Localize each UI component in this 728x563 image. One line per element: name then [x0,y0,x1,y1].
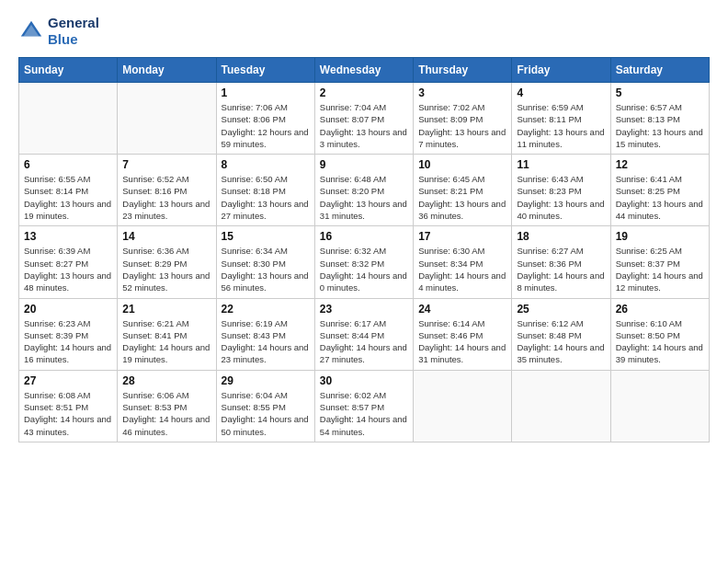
calendar-cell: 22Sunrise: 6:19 AMSunset: 8:43 PMDayligh… [216,298,314,370]
calendar-week-row: 1Sunrise: 7:06 AMSunset: 8:06 PMDaylight… [19,83,710,155]
calendar-cell: 18Sunrise: 6:27 AMSunset: 8:36 PMDayligh… [512,226,610,298]
day-number: 22 [222,303,310,316]
day-number: 11 [517,158,605,171]
calendar-cell [512,370,610,442]
day-number: 30 [320,374,408,387]
day-info: Sunrise: 6:45 AMSunset: 8:21 PMDaylight:… [418,173,506,222]
day-info: Sunrise: 7:04 AMSunset: 8:07 PMDaylight:… [320,101,408,150]
day-number: 14 [122,230,210,243]
day-number: 13 [24,230,112,243]
day-info: Sunrise: 6:06 AMSunset: 8:53 PMDaylight:… [122,389,210,438]
calendar-cell [118,83,216,155]
calendar-cell [414,370,512,442]
calendar-cell [610,370,709,442]
weekday-header: Tuesday [216,58,314,83]
day-info: Sunrise: 6:39 AMSunset: 8:27 PMDaylight:… [24,245,112,293]
calendar-cell: 14Sunrise: 6:36 AMSunset: 8:29 PMDayligh… [118,226,216,298]
day-info: Sunrise: 6:48 AMSunset: 8:20 PMDaylight:… [320,173,408,222]
calendar-week-row: 20Sunrise: 6:23 AMSunset: 8:39 PMDayligh… [19,298,710,370]
day-info: Sunrise: 6:02 AMSunset: 8:57 PMDaylight:… [320,389,408,438]
calendar-cell: 7Sunrise: 6:52 AMSunset: 8:16 PMDaylight… [118,155,216,226]
day-number: 16 [320,230,408,243]
weekday-header-row: SundayMondayTuesdayWednesdayThursdayFrid… [19,58,710,83]
calendar-cell: 28Sunrise: 6:06 AMSunset: 8:53 PMDayligh… [118,370,216,442]
calendar-cell: 20Sunrise: 6:23 AMSunset: 8:39 PMDayligh… [19,298,118,370]
day-number: 9 [320,158,408,171]
calendar-table: SundayMondayTuesdayWednesdayThursdayFrid… [18,57,710,442]
day-number: 7 [122,158,210,171]
calendar-week-row: 13Sunrise: 6:39 AMSunset: 8:27 PMDayligh… [19,226,710,298]
calendar-cell: 1Sunrise: 7:06 AMSunset: 8:06 PMDaylight… [216,83,314,155]
day-info: Sunrise: 6:32 AMSunset: 8:32 PMDaylight:… [320,245,408,293]
day-info: Sunrise: 6:50 AMSunset: 8:18 PMDaylight:… [222,173,310,222]
weekday-header: Saturday [610,58,709,83]
day-number: 17 [418,230,506,243]
weekday-header: Friday [512,58,610,83]
header: General Blue [18,15,710,48]
day-number: 8 [222,158,310,171]
day-info: Sunrise: 6:59 AMSunset: 8:11 PMDaylight:… [517,101,605,150]
day-number: 20 [24,303,112,316]
day-number: 25 [517,303,605,316]
calendar-cell: 30Sunrise: 6:02 AMSunset: 8:57 PMDayligh… [314,370,413,442]
day-info: Sunrise: 7:06 AMSunset: 8:06 PMDaylight:… [222,101,310,150]
day-number: 23 [320,303,408,316]
day-info: Sunrise: 6:27 AMSunset: 8:36 PMDaylight:… [517,245,605,293]
calendar-cell: 9Sunrise: 6:48 AMSunset: 8:20 PMDaylight… [314,155,413,226]
calendar-cell: 3Sunrise: 7:02 AMSunset: 8:09 PMDaylight… [414,83,512,155]
day-number: 28 [122,374,210,387]
day-info: Sunrise: 6:04 AMSunset: 8:55 PMDaylight:… [222,389,310,438]
day-info: Sunrise: 6:55 AMSunset: 8:14 PMDaylight:… [24,173,112,222]
day-info: Sunrise: 6:10 AMSunset: 8:50 PMDaylight:… [616,317,704,366]
weekday-header: Thursday [414,58,512,83]
calendar-cell: 4Sunrise: 6:59 AMSunset: 8:11 PMDaylight… [512,83,610,155]
day-number: 3 [418,86,506,99]
logo-text: General Blue [48,15,99,48]
day-number: 12 [616,158,704,171]
weekday-header: Sunday [19,58,118,83]
calendar-week-row: 6Sunrise: 6:55 AMSunset: 8:14 PMDaylight… [19,155,710,226]
calendar-cell: 27Sunrise: 6:08 AMSunset: 8:51 PMDayligh… [19,370,118,442]
day-info: Sunrise: 6:34 AMSunset: 8:30 PMDaylight:… [222,245,310,293]
calendar-cell [19,83,118,155]
calendar-cell: 25Sunrise: 6:12 AMSunset: 8:48 PMDayligh… [512,298,610,370]
logo: General Blue [18,15,99,48]
calendar-cell: 29Sunrise: 6:04 AMSunset: 8:55 PMDayligh… [216,370,314,442]
day-info: Sunrise: 6:52 AMSunset: 8:16 PMDaylight:… [122,173,210,222]
day-info: Sunrise: 6:12 AMSunset: 8:48 PMDaylight:… [517,317,605,366]
calendar-cell: 23Sunrise: 6:17 AMSunset: 8:44 PMDayligh… [314,298,413,370]
day-info: Sunrise: 7:02 AMSunset: 8:09 PMDaylight:… [418,101,506,150]
calendar-week-row: 27Sunrise: 6:08 AMSunset: 8:51 PMDayligh… [19,370,710,442]
day-number: 18 [517,230,605,243]
calendar-cell: 26Sunrise: 6:10 AMSunset: 8:50 PMDayligh… [610,298,709,370]
day-number: 19 [616,230,704,243]
day-info: Sunrise: 6:14 AMSunset: 8:46 PMDaylight:… [418,317,506,366]
calendar-cell: 8Sunrise: 6:50 AMSunset: 8:18 PMDaylight… [216,155,314,226]
day-info: Sunrise: 6:23 AMSunset: 8:39 PMDaylight:… [24,317,112,366]
day-info: Sunrise: 6:43 AMSunset: 8:23 PMDaylight:… [517,173,605,222]
weekday-header: Monday [118,58,216,83]
day-number: 29 [222,374,310,387]
day-number: 2 [320,86,408,99]
calendar-cell: 19Sunrise: 6:25 AMSunset: 8:37 PMDayligh… [610,226,709,298]
day-number: 15 [222,230,310,243]
day-info: Sunrise: 6:36 AMSunset: 8:29 PMDaylight:… [122,245,210,293]
calendar-cell: 5Sunrise: 6:57 AMSunset: 8:13 PMDaylight… [610,83,709,155]
day-number: 4 [517,86,605,99]
day-number: 24 [418,303,506,316]
day-info: Sunrise: 6:41 AMSunset: 8:25 PMDaylight:… [616,173,704,222]
calendar-cell: 10Sunrise: 6:45 AMSunset: 8:21 PMDayligh… [414,155,512,226]
calendar-cell: 24Sunrise: 6:14 AMSunset: 8:46 PMDayligh… [414,298,512,370]
day-info: Sunrise: 6:17 AMSunset: 8:44 PMDaylight:… [320,317,408,366]
calendar-cell: 13Sunrise: 6:39 AMSunset: 8:27 PMDayligh… [19,226,118,298]
calendar-cell: 12Sunrise: 6:41 AMSunset: 8:25 PMDayligh… [610,155,709,226]
day-number: 5 [616,86,704,99]
day-number: 10 [418,158,506,171]
day-number: 26 [616,303,704,316]
calendar-cell: 6Sunrise: 6:55 AMSunset: 8:14 PMDaylight… [19,155,118,226]
logo-icon [18,18,44,44]
calendar-cell: 21Sunrise: 6:21 AMSunset: 8:41 PMDayligh… [118,298,216,370]
day-info: Sunrise: 6:57 AMSunset: 8:13 PMDaylight:… [616,101,704,150]
day-info: Sunrise: 6:25 AMSunset: 8:37 PMDaylight:… [616,245,704,293]
day-info: Sunrise: 6:30 AMSunset: 8:34 PMDaylight:… [418,245,506,293]
